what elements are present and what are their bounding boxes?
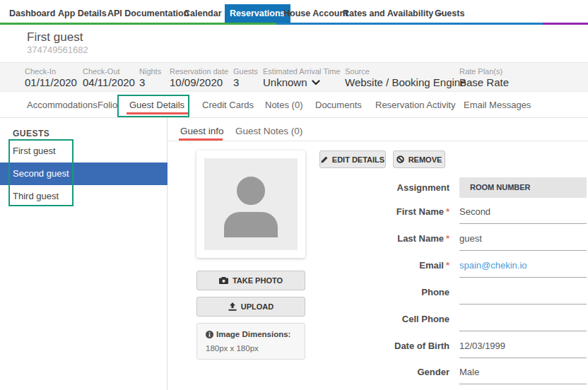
gender-label: Gender [311,367,449,377]
date-of-birth-label: Date of Birth [311,341,449,351]
pencil-icon [321,156,328,163]
assignment-label: Assignment [311,182,449,193]
checkout-label: Check-Out [83,67,120,76]
cell-phone-underline [459,331,587,331]
person-icon [204,158,298,250]
rate-plan-label: Rate Plan(s) [459,67,502,76]
app-window: Dashboard App Details API Documentation … [0,0,588,390]
guests-count-label: Guests [233,67,258,76]
tab-accommodations[interactable]: Accommodations [27,100,98,110]
take-photo-button[interactable]: TAKE PHOTO [196,271,305,290]
last-name-input[interactable]: guest [459,233,587,244]
nav-item-api-documentation[interactable]: API Documentation [107,4,189,23]
arrival-time-value: Unknown [263,76,307,88]
nav-item-calendar[interactable]: Calendar [184,4,222,23]
divider-strip-green [0,23,276,25]
required-asterisk: * [446,260,449,271]
nav-item-rates-label: Rates and Availability [343,8,433,18]
source-value: Website / Booking Engine [345,76,466,88]
checkout-value: 04/11/2020 [83,76,135,88]
tab-guest-info[interactable]: Guest info [180,126,224,136]
date-of-birth-input[interactable]: 12/03/1999 [459,341,587,351]
checkin-label: Check-In [25,67,56,76]
rate-plan-value: Base Rate [459,76,509,88]
nav-item-app-details[interactable]: App Details [58,4,107,23]
guests-heading: GUESTS [13,129,49,138]
reservation-summary-bar: Check-In 01/11/2020 Check-Out 04/11/2020… [0,62,588,92]
first-name-underline [459,223,587,224]
image-dimensions-note: Image Dimensions: 180px x 180px [196,323,305,360]
image-dimensions-title: Image Dimensions: [216,330,290,338]
first-name-input[interactable]: Second [459,206,587,217]
divider-strip-purple [543,23,588,25]
first-name-label: First Name* [311,206,449,217]
reservation-date-value: 10/09/2020 [170,76,223,88]
last-name-label: Last Name* [311,233,449,244]
info-icon [206,331,213,338]
tab-credit-cards[interactable]: Credit Cards [202,100,254,110]
email-input[interactable]: spain@chekin.io [459,260,587,271]
top-navigation: Dashboard App Details API Documentation … [0,0,588,23]
subtabs-divider [168,141,588,141]
cell-phone-label: Cell Phone [311,314,449,324]
tab-guest-details[interactable]: Guest Details [129,100,184,110]
guest-list-item-second[interactable]: Second guest [0,162,167,185]
guests-count-value: 3 [233,76,239,88]
edit-details-label: EDIT DETAILS [332,155,384,164]
checkin-value: 01/11/2020 [25,76,77,88]
reservation-id: 374749561682 [27,45,88,55]
required-asterisk: * [446,233,449,244]
upload-label: UPLOAD [241,302,274,311]
gender-input[interactable]: Male [459,367,587,377]
tab-folio[interactable]: Folio [98,100,117,110]
camera-icon [219,277,228,285]
upload-button[interactable]: UPLOAD [196,297,305,317]
arrival-time-dropdown[interactable]: Unknown [263,76,320,88]
phone-label: Phone [311,287,449,297]
tab-email-messages[interactable]: Email Messages [464,100,531,110]
source-label: Source [345,67,370,76]
tab-reservation-activity[interactable]: Reservation Activity [375,100,455,110]
arrival-time-label: Estimated Arrival Time [263,67,340,76]
tab-documents[interactable]: Documents [315,100,362,110]
tab-notes[interactable]: Notes (0) [265,100,302,110]
guest-list-item-third[interactable]: Third guest [0,185,167,208]
tab-guest-notes[interactable]: Guest Notes (0) [235,126,302,136]
nights-value: 3 [139,76,145,88]
remove-label: REMOVE [408,155,442,164]
reservation-tabs: Accommodations Folio Guest Details Credi… [0,92,588,118]
reservation-date-label: Reservation date [170,67,228,76]
take-photo-label: TAKE PHOTO [233,276,283,285]
required-asterisk: * [446,206,449,217]
nights-label: Nights [139,67,161,76]
gender-underline [459,384,587,384]
nav-item-rates-availability[interactable]: Rates and Availability [343,4,443,23]
remove-button[interactable]: REMOVE [393,150,445,168]
nav-item-guests[interactable]: Guests [435,4,464,23]
email-underline [459,277,587,278]
last-name-underline [459,250,587,251]
nav-item-house-account[interactable]: House Account [283,4,348,23]
active-tab-underline [127,112,188,114]
email-label: Email* [311,260,449,271]
chevron-down-icon[interactable] [312,80,320,85]
guests-sidebar: GUESTS First guest Second guest Third gu… [0,118,167,390]
edit-details-button[interactable]: EDIT DETAILS [319,150,386,168]
ban-icon [396,155,404,163]
guest-photo-placeholder [196,150,305,258]
image-dimensions-value: 180px x 180px [206,344,259,353]
date-of-birth-underline [459,358,587,358]
phone-underline [459,304,587,305]
nav-item-dashboard[interactable]: Dashboard [9,4,55,23]
divider-strip-blue [276,23,543,25]
upload-icon [228,302,237,311]
room-number-button[interactable]: ROOM NUMBER [459,177,587,198]
page-title: First guest [27,30,83,45]
nav-item-reservations[interactable]: Reservations [225,4,290,23]
guest-list-item-first[interactable]: First guest [0,140,167,162]
